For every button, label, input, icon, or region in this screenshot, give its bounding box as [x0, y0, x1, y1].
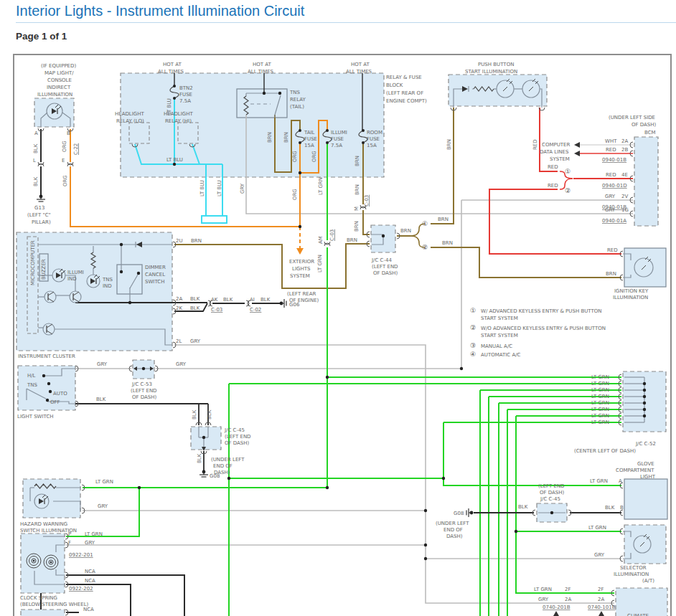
diagram-label: BRN [355, 156, 360, 166]
arrow-icon [598, 611, 604, 616]
diagram-label: HOT AT [351, 62, 370, 67]
diagram-label: 7.5A [179, 98, 191, 104]
diagram-panel[interactable]: ①②①②①②③④(IF EQUIPPED)MAP LIGHT/CONSOLEIN… [13, 54, 672, 616]
diagram-label: P [68, 531, 71, 537]
diagram-label: ALL TIMES [248, 69, 274, 75]
diagram-label: BTN2 [179, 85, 193, 91]
diagram-label: GRY [538, 597, 549, 602]
junction-dot [46, 399, 49, 402]
junction-dot [142, 367, 145, 370]
component-box [624, 479, 667, 519]
diagram-label: 2K [176, 305, 182, 311]
junction-dot [424, 544, 427, 546]
diagram-label: AI [250, 297, 255, 303]
diagram-label: RELAY (HI) [165, 118, 192, 124]
diagram-label: SELECTOR [620, 565, 647, 571]
diagram-label: LT GRN [591, 374, 609, 380]
diagram-label: MAP LIGHT/ [44, 70, 74, 76]
diagram-label: W/O ADVANCED KEYLESS ENTRY & PUSH BUTTON [481, 326, 606, 331]
diagram-label: C-03 [364, 195, 370, 207]
diagram-label: END OF [213, 463, 233, 469]
diagram-label: CANCEL [145, 272, 165, 278]
arrow-icon [574, 151, 580, 156]
component-box [202, 216, 227, 223]
diagram-label: OF DASH) [373, 270, 398, 276]
circled-number: ① [422, 220, 428, 227]
diagram-label: RED [606, 172, 616, 178]
diagram-label: COMPARTMENT [616, 468, 654, 473]
diagram-label: ALL TIMES [346, 69, 372, 75]
diagram-label: G06 [289, 302, 300, 308]
junction-dot [138, 486, 141, 489]
diagram-label: LT GRN [318, 177, 324, 195]
diagram-label: BLOCK [386, 82, 403, 88]
diagram-label: BRN [283, 132, 289, 143]
connector-gap [68, 162, 72, 166]
diagram-label: J/C C-44 [371, 257, 392, 263]
diagram-label: NCA [85, 569, 95, 574]
junction-dot [442, 477, 445, 480]
diagram-label: START ILLUMINATION [465, 69, 517, 75]
junction-dot [424, 557, 427, 560]
diagram-label: 2B [621, 147, 628, 153]
circled-number: ① [470, 307, 476, 314]
arrow-icon [553, 611, 559, 616]
circled-number: ④ [470, 351, 476, 358]
junction-dot [120, 243, 123, 246]
diagram-label: RED [548, 183, 558, 189]
diagram-label: 2A [565, 597, 571, 602]
diagram-label: LIGHT [640, 474, 656, 480]
diagram-label: LT GRN [95, 479, 113, 485]
diagram-label: GRY [605, 194, 616, 199]
diagram-label: NCA [83, 607, 94, 612]
diagram-label: M [354, 207, 360, 211]
diagram-label: C-03 [329, 229, 335, 241]
diagram-label: (LEFT END [225, 434, 251, 440]
diagram-label: DIMMER [145, 265, 166, 270]
component-box [18, 366, 75, 410]
diagram-label: (LEFT END [131, 388, 157, 394]
junction-dot [120, 270, 123, 273]
diagram-label: J/C C-53 [131, 382, 152, 387]
diagram-label: BLK [192, 409, 197, 420]
diagram-label: TAIL [304, 130, 315, 136]
fuse-terminal [173, 97, 176, 100]
diagram-label: SWITCH [145, 279, 164, 285]
diagram-label: PILLAR) [32, 219, 51, 225]
diagram-label: LT GRN [534, 587, 552, 592]
diagram-label: 0940-01D [602, 183, 627, 189]
diagram-label: CLIMATE [627, 613, 649, 616]
diagram-label: C-03 [211, 307, 222, 313]
diagram-label: GRY [240, 183, 245, 194]
diagram-label: ILLUMI [331, 130, 347, 136]
diagram-label: 15A [304, 143, 314, 148]
junction-dot [643, 382, 646, 385]
diagram-label: BUZZER [41, 259, 47, 280]
diagram-label: ILLUMINATION [614, 572, 649, 577]
junction-dot [643, 395, 646, 398]
diagram-label: ALL TIMES [158, 69, 184, 75]
fuse-terminal [362, 141, 365, 144]
diagram-label: GRY [85, 540, 95, 546]
diagram-label: LT GRN [591, 400, 609, 406]
diagram-label: RED [532, 139, 538, 150]
junction-dot [424, 509, 427, 512]
diagram-label: GRY [190, 338, 201, 344]
diagram-label: RELAY (LO) [116, 118, 144, 124]
diagram-label: IND [67, 276, 77, 282]
diagram-label: ORG [62, 175, 68, 186]
diagram-label: ILLUMINATION [37, 92, 72, 98]
diagram-label: GRY [176, 361, 187, 367]
diagram-label: LT GRN [591, 413, 609, 419]
diagram-label: J/C C-52 [635, 441, 656, 447]
diagram-label: 0922-202 [69, 586, 93, 592]
junction-dot [263, 92, 266, 95]
diagram-label: BRN [446, 139, 452, 150]
diagram-label: (LEFT "C" [27, 212, 51, 218]
diagram-label: RELAY & FUSE [386, 75, 422, 80]
circled-number: ② [470, 324, 476, 331]
diagram-label: OF DASH) [225, 440, 250, 446]
diagram-label: BRN [606, 271, 616, 277]
fuse-terminal [299, 141, 301, 144]
diagram-label: BRN [191, 238, 202, 244]
